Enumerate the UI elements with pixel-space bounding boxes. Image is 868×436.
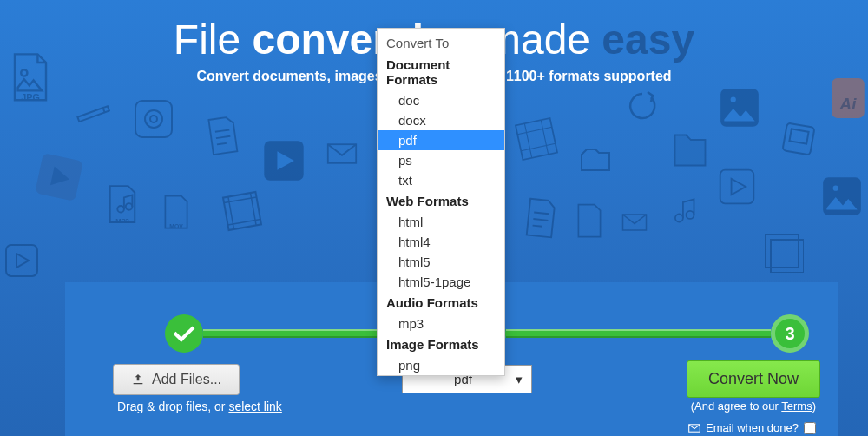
svg-rect-21 (623, 215, 647, 230)
convert-to-dropdown[interactable]: Convert To Document Formatsdocdocxpdfpst… (377, 28, 505, 376)
upload-icon (131, 373, 145, 386)
select-link[interactable]: select link (228, 400, 281, 413)
dropdown-item-html5-1page[interactable]: html5-1page (378, 272, 504, 292)
svg-rect-12 (223, 192, 261, 230)
add-files-label: Add Files... (152, 372, 221, 387)
svg-point-9 (126, 203, 133, 210)
dropdown-item-html[interactable]: html (378, 212, 504, 232)
dropdown-item-html5[interactable]: html5 (378, 252, 504, 272)
dropdown-item-ps[interactable]: ps (378, 150, 504, 170)
svg-point-28 (833, 186, 838, 191)
email-checkbox[interactable] (804, 422, 816, 434)
step-1-done (165, 314, 203, 353)
svg-text:MOV: MOV (169, 223, 183, 229)
svg-rect-26 (771, 240, 804, 273)
mail-icon (688, 424, 700, 433)
dropdown-group: Image Formats (378, 334, 504, 355)
svg-point-3 (145, 110, 162, 128)
dropdown-item-html4[interactable]: html4 (378, 232, 504, 252)
dropdown-item-docx[interactable]: docx (378, 110, 504, 130)
dropdown-group: Audio Formats (378, 292, 504, 314)
dropdown-title: Convert To (378, 29, 504, 54)
svg-point-23 (687, 211, 694, 219)
svg-rect-27 (823, 177, 861, 215)
svg-text:Ai: Ai (839, 95, 858, 113)
svg-rect-6 (328, 144, 356, 163)
svg-rect-24 (720, 170, 754, 204)
svg-rect-25 (766, 235, 799, 268)
svg-rect-15 (720, 89, 759, 127)
svg-point-16 (731, 97, 736, 102)
svg-rect-7 (35, 153, 83, 201)
svg-point-8 (117, 206, 124, 213)
convert-button[interactable]: Convert Now (687, 360, 820, 398)
add-files-button[interactable]: Add Files... (113, 364, 240, 395)
dropdown-group: Web Formats (378, 190, 504, 212)
dropdown-item-pdf[interactable]: pdf (378, 130, 504, 150)
email-label: Email when done? (706, 421, 799, 434)
terms-note: (And agree to our Terms) (691, 400, 816, 413)
svg-rect-13 (6, 245, 37, 276)
dropdown-group: Document Formats (378, 54, 504, 90)
terms-link[interactable]: Terms (781, 400, 812, 413)
svg-text:JPG: JPG (21, 92, 40, 102)
dropdown-item-mp3[interactable]: mp3 (378, 314, 504, 334)
dropdown-item-txt[interactable]: txt (378, 170, 504, 190)
svg-rect-2 (135, 101, 172, 137)
svg-rect-14 (516, 118, 557, 160)
svg-rect-18 (789, 129, 808, 143)
svg-text:MP3: MP3 (115, 217, 129, 225)
step-3: 3 (771, 314, 809, 353)
svg-point-4 (150, 116, 157, 122)
drag-hint: Drag & drop files, or select link (117, 400, 282, 413)
dropdown-item-doc[interactable]: doc (378, 90, 504, 110)
svg-point-22 (675, 215, 683, 222)
svg-rect-17 (782, 122, 814, 155)
progress-segment (506, 329, 771, 338)
dropdown-item-png[interactable]: png (378, 355, 504, 375)
svg-rect-5 (264, 141, 303, 180)
